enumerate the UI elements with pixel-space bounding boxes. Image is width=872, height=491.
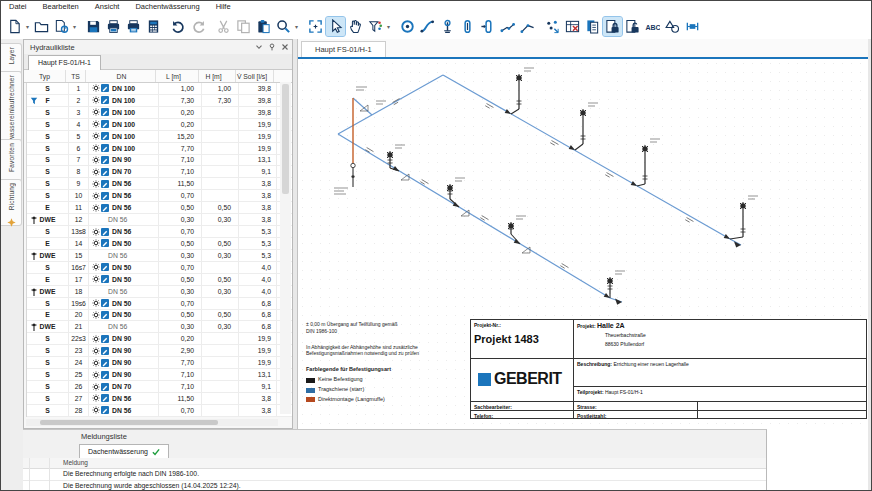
table-row[interactable]: S16s7DN 500,704,0 [27, 262, 292, 274]
table-row[interactable]: S1DN 1001,001,0039,8 [27, 83, 292, 95]
edit-pencil-icon[interactable] [101, 371, 109, 379]
table-row[interactable]: S7DN 907,1013,1 [27, 155, 292, 167]
table-row[interactable]: S19s6DN 500,706,8 [27, 298, 292, 310]
settings-gear-icon[interactable] [92, 108, 100, 116]
color-mode-icon[interactable] [366, 17, 385, 36]
column-header-0[interactable]: Typ [24, 70, 66, 82]
column-header-2[interactable]: DN [86, 70, 156, 82]
shape-tools-icon[interactable] [663, 17, 682, 36]
copy-pages-icon[interactable] [583, 17, 602, 36]
zoom-dropdown-caret[interactable]: ▾ [293, 17, 300, 36]
color-mode-dropdown-caret[interactable]: ▾ [385, 17, 392, 36]
settings-gear-icon[interactable] [92, 156, 100, 164]
close-icon[interactable] [279, 42, 290, 53]
edit-pencil-icon[interactable] [101, 192, 109, 200]
edit-pencil-icon[interactable] [101, 204, 109, 212]
zoom-icon[interactable] [274, 17, 293, 36]
edit-pencil-icon[interactable] [101, 347, 109, 355]
table-row[interactable]: S4DN 1000,2019,9 [27, 119, 292, 131]
text-abc-icon[interactable]: ABC [643, 17, 662, 36]
settings-gear-icon[interactable] [92, 347, 100, 355]
draw-pipe-icon[interactable] [418, 17, 437, 36]
settings-gear-icon[interactable] [92, 168, 100, 176]
settings-gear-icon[interactable] [92, 228, 100, 236]
table-delete-icon[interactable] [563, 17, 582, 36]
settings-gear-icon[interactable] [92, 132, 100, 140]
tab-haupt-fs01[interactable]: Haupt FS-01/H-1 [28, 55, 101, 70]
menu-ansicht[interactable]: Ansicht [87, 1, 128, 13]
edit-pencil-icon[interactable] [101, 359, 109, 367]
column-header-4[interactable]: H [m] [199, 70, 236, 82]
horizontal-scrollbar[interactable] [26, 419, 278, 426]
new-document-icon[interactable] [5, 17, 24, 36]
table-row[interactable]: DWE15DN 560,300,305,3 [27, 250, 292, 262]
unlock-icon[interactable] [623, 17, 642, 36]
menu-hilfe[interactable]: Hilfe [208, 1, 239, 13]
print-preview-icon[interactable] [124, 17, 143, 36]
table-row[interactable]: S13s8DN 560,705,3 [27, 226, 292, 238]
import-project-icon[interactable] [52, 17, 71, 36]
open-file-icon[interactable] [32, 17, 51, 36]
settings-gear-icon[interactable] [92, 406, 100, 414]
column-header-1[interactable]: TS [66, 70, 86, 82]
settings-gear-icon[interactable] [92, 120, 100, 128]
edit-pencil-icon[interactable] [101, 84, 109, 92]
table-row[interactable]: S6DN 1007,7019,9 [27, 143, 292, 155]
settings-gear-icon[interactable] [92, 311, 100, 319]
settings-gear-icon[interactable] [92, 84, 100, 92]
drawing-canvas[interactable]: ± 0,00 m Übergang auf Teilfüllung gemäß … [298, 59, 868, 491]
tab-dachentwaesserung[interactable]: Dachentwässerung [79, 444, 169, 459]
edit-pencil-icon[interactable] [101, 156, 109, 164]
table-row[interactable]: F2DN 1007,307,3039,8 [27, 95, 292, 107]
line-split-icon[interactable] [498, 17, 517, 36]
settings-gear-icon[interactable] [92, 383, 100, 391]
settings-gear-icon[interactable] [92, 359, 100, 367]
message-row[interactable]: Die Berechnung wurde abgeschlossen (14.0… [23, 481, 766, 491]
edit-pencil-icon[interactable] [101, 120, 109, 128]
table-row[interactable]: S8DN 707,109,1 [27, 166, 292, 178]
settings-gear-icon[interactable] [92, 335, 100, 343]
zoom-fit-icon[interactable] [306, 17, 325, 36]
settings-gear-icon[interactable] [92, 263, 100, 271]
chevron-down-icon[interactable] [253, 42, 264, 53]
table-row[interactable]: E20DN 500,500,506,8 [27, 310, 292, 322]
table-row[interactable]: S26DN 707,109,1 [27, 381, 292, 393]
settings-gear-icon[interactable] [92, 275, 100, 283]
paste-icon[interactable] [254, 17, 273, 36]
settings-gear-icon[interactable] [92, 394, 100, 402]
settings-gear-icon[interactable] [92, 180, 100, 188]
table-row[interactable]: S25DN 907,1013,1 [27, 369, 292, 381]
drawing-tab-haupt-fs01[interactable]: Haupt FS-01/H-1 [301, 41, 386, 57]
edit-pencil-icon[interactable] [101, 180, 109, 188]
import-project-dropdown-caret[interactable]: ▾ [71, 17, 78, 36]
edit-pencil-icon[interactable] [101, 239, 109, 247]
settings-gear-icon[interactable] [92, 299, 100, 307]
settings-gear-icon[interactable] [92, 144, 100, 152]
column-header-5[interactable]: V̇ Soll [l/s] [236, 70, 274, 82]
edit-pencil-icon[interactable] [101, 132, 109, 140]
table-row[interactable]: S23DN 902,9019,9 [27, 345, 292, 357]
table-row[interactable]: DWE12DN 560,300,303,8 [27, 214, 292, 226]
edit-pencil-icon[interactable] [101, 144, 109, 152]
table-row[interactable]: DWE18DN 560,300,304,0 [27, 286, 292, 298]
vertical-scrollbar[interactable] [280, 82, 291, 414]
fitting-vertical-icon[interactable] [458, 17, 477, 36]
column-header-3[interactable]: L [m] [156, 70, 199, 82]
save-icon[interactable] [84, 17, 103, 36]
settings-gear-icon[interactable] [92, 192, 100, 200]
roof-drain-icon[interactable] [438, 17, 457, 36]
lock-icon[interactable] [603, 17, 622, 36]
settings-gear-icon[interactable] [92, 239, 100, 247]
edit-pencil-icon[interactable] [101, 263, 109, 271]
edit-pencil-icon[interactable] [101, 275, 109, 283]
settings-gear-icon[interactable] [92, 204, 100, 212]
edit-pencil-icon[interactable] [101, 406, 109, 414]
select-arrow-icon[interactable] [326, 17, 345, 36]
line-angle-icon[interactable] [518, 17, 537, 36]
settings-gear-icon[interactable] [92, 371, 100, 379]
table-row[interactable]: E11DN 560,500,503,8 [27, 202, 292, 214]
edit-pencil-icon[interactable] [101, 311, 109, 319]
print-icon[interactable] [104, 17, 123, 36]
dimension-icon[interactable] [683, 17, 702, 36]
table-row[interactable]: E14DN 500,500,505,3 [27, 238, 292, 250]
